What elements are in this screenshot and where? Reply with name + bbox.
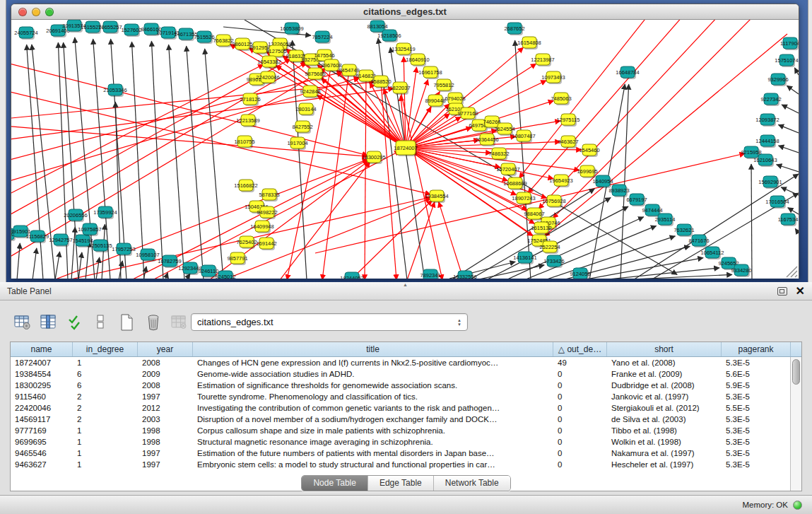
graph-node[interactable]: 15720407	[496, 163, 519, 176]
graph-node[interactable]: 7515526	[194, 31, 214, 44]
select-all-icon[interactable]	[65, 313, 85, 332]
graph-node[interactable]: 24055724	[14, 27, 37, 40]
table-row[interactable]: 969969511998Structural magnetic resonanc…	[11, 436, 801, 448]
table-row[interactable]: 946554611997Estimation of the future num…	[11, 448, 801, 459]
network-canvas[interactable]: 2405572420691406209135741615527410655257…	[11, 20, 799, 279]
graph-node[interactable]: 10655257	[98, 21, 122, 34]
graph-node[interactable]: 20364456	[475, 134, 498, 146]
graph-node[interactable]: 11156829	[26, 230, 49, 243]
graph-node[interactable]: 21053346	[103, 84, 126, 97]
table-selector-dropdown[interactable]: citations_edges.txt ▲▼	[191, 313, 468, 331]
graph-node[interactable]: 9242848	[300, 86, 320, 98]
graph-node[interactable]: 16648784	[616, 66, 639, 79]
graph-node[interactable]: 1733426	[543, 255, 564, 268]
graph-node[interactable]: 1527602	[121, 24, 141, 37]
column-header-out_degree[interactable]: △ out_de…	[553, 342, 607, 356]
float-panel-icon[interactable]	[777, 287, 787, 296]
graph-node[interactable]: 17359924	[93, 206, 117, 219]
graph-node[interactable]: 9777169	[457, 107, 478, 120]
panel-splitter-handle[interactable]: ▲	[403, 283, 409, 287]
window-resize-grip-icon[interactable]	[787, 267, 797, 277]
graph-node[interactable]: 2687652	[504, 23, 524, 35]
graph-node[interactable]: 17957253	[112, 243, 135, 256]
graph-node[interactable]: 7857224	[312, 31, 332, 44]
graph-node[interactable]: 20206556	[64, 209, 87, 222]
graph-node[interactable]: 18724007	[394, 141, 417, 156]
graph-node[interactable]: 8427552	[292, 121, 312, 134]
table-row[interactable]: 1938455462009Genome-wide association stu…	[11, 368, 801, 380]
graph-node[interactable]: 8471676	[688, 235, 709, 247]
graph-node[interactable]: 16053809	[280, 23, 303, 35]
graph-node[interactable]: 7485063	[551, 93, 571, 105]
graph-node[interactable]: 6679197	[626, 194, 647, 206]
graph-node[interactable]: 1640954	[592, 175, 613, 188]
graph-node[interactable]: 1545460	[579, 144, 599, 157]
graph-node[interactable]: 16409948	[250, 221, 273, 233]
graph-node[interactable]: 1615132	[531, 222, 551, 235]
graph-node[interactable]: 10688609	[503, 177, 526, 190]
graph-node[interactable]: 1810755	[234, 136, 254, 148]
graph-node[interactable]: 9334280	[731, 264, 751, 277]
graph-node[interactable]: 2718126	[240, 93, 260, 106]
graph-node[interactable]: 15751074	[775, 54, 798, 67]
graph-node[interactable]: 9463627	[558, 136, 578, 148]
tab-edge-table[interactable]: Edge Table	[367, 476, 433, 491]
graph-node[interactable]: 12093872	[755, 114, 779, 127]
graph-node[interactable]: 12942757	[49, 234, 72, 247]
graph-node[interactable]: 12444158	[755, 135, 779, 148]
graph-node[interactable]: 10756928	[542, 195, 565, 208]
table-row[interactable]: 2242004622012Investigating the contribut…	[11, 402, 801, 414]
graph-node[interactable]: 16961758	[418, 66, 442, 79]
graph-node[interactable]: 2803144	[295, 103, 316, 116]
table-settings-icon[interactable]	[13, 313, 33, 332]
graph-node[interactable]: 19384554	[425, 190, 448, 203]
graph-node[interactable]: 19218506	[377, 30, 401, 42]
graph-node[interactable]: 1167534	[778, 214, 799, 226]
table-row[interactable]: 1872400712008Changes of HCN gene express…	[11, 357, 801, 368]
graph-node[interactable]: 17016504	[765, 196, 789, 209]
close-panel-icon[interactable]: ✕	[796, 286, 805, 296]
table-column-icon[interactable]	[39, 313, 59, 332]
graph-node[interactable]: 1117904	[780, 37, 799, 50]
table-row[interactable]: 977716911998Corpus callosum shape and si…	[11, 425, 801, 436]
graph-node[interactable]: 1822037	[389, 82, 410, 95]
graph-node[interactable]: 12975115	[557, 114, 580, 127]
column-header-pagerank[interactable]: pagerank	[722, 342, 791, 356]
column-header-in_degree[interactable]: in_degree	[73, 342, 138, 356]
graph-node[interactable]: 9498222	[257, 206, 277, 219]
column-header-name[interactable]: name	[11, 342, 73, 356]
graph-node[interactable]: 10807487	[512, 130, 535, 143]
graph-node[interactable]: 9329966	[767, 74, 788, 86]
tab-network-table[interactable]: Network Table	[433, 476, 510, 491]
zoom-traffic-light-icon[interactable]	[45, 8, 54, 16]
scrollbar-thumb[interactable]	[792, 359, 800, 385]
graph-node[interactable]: 8938923	[608, 185, 629, 197]
graph-node[interactable]: 16210643	[753, 154, 777, 167]
graph-node[interactable]: 10973493	[541, 71, 565, 84]
graph-node[interactable]: 14136141	[513, 252, 536, 264]
graph-node[interactable]: 10975857	[78, 223, 101, 236]
graph-node[interactable]: 1588520	[370, 76, 391, 88]
vertical-scrollbar[interactable]	[790, 357, 801, 491]
delete-trash-icon[interactable]	[143, 313, 163, 332]
column-header-title[interactable]: title	[193, 342, 553, 356]
graph-node[interactable]: 16543382	[257, 56, 281, 69]
graph-node[interactable]: 2522254	[539, 241, 560, 254]
graph-node[interactable]: 10654112	[701, 247, 724, 259]
graph-node[interactable]: 7663822	[213, 35, 233, 47]
table-row[interactable]: 1830029562008Estimation of significance …	[11, 380, 801, 391]
graph-node[interactable]: 7955812	[433, 79, 454, 92]
table-row[interactable]: 946362711997Embryonic stem cells: a mode…	[11, 459, 801, 470]
graph-node[interactable]: 9857791	[227, 252, 247, 265]
new-table-icon[interactable]	[117, 313, 137, 332]
graph-node[interactable]: 18244052	[340, 272, 363, 279]
graph-node[interactable]: 9227342	[760, 93, 781, 106]
graph-node[interactable]: 12213589	[236, 115, 259, 127]
close-traffic-light-icon[interactable]	[18, 8, 27, 16]
row-boxes-icon[interactable]	[91, 313, 111, 332]
graph-node[interactable]: 18640910	[406, 54, 429, 66]
graph-node[interactable]: 19654923	[549, 175, 572, 187]
graph-node[interactable]: 10332556	[453, 271, 476, 279]
graph-node[interactable]: 9860125	[232, 38, 252, 51]
column-header-year[interactable]: year	[138, 342, 193, 356]
